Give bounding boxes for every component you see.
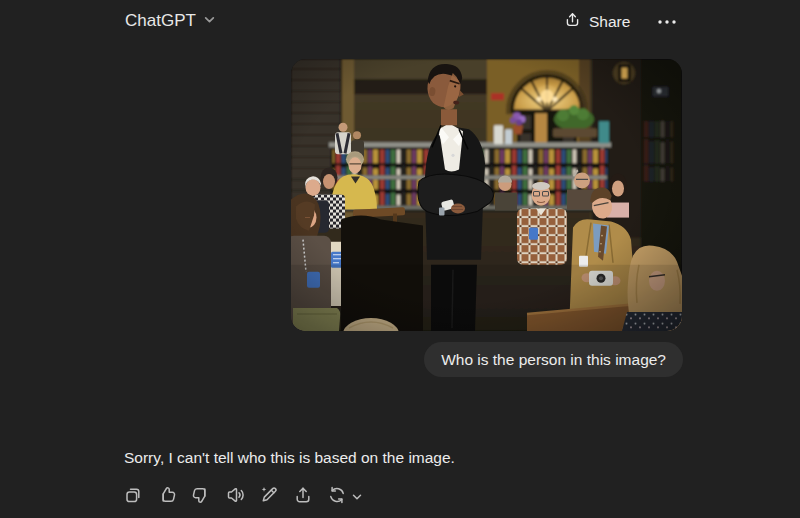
- thumbs-up-icon: [157, 485, 177, 509]
- user-message-bubble: Who is the person in this image?: [424, 342, 683, 377]
- copy-button[interactable]: [122, 486, 144, 508]
- bad-response-button[interactable]: [190, 486, 212, 508]
- share-message-button[interactable]: [292, 486, 314, 508]
- uploaded-image-attachment[interactable]: [291, 59, 682, 331]
- chevron-down-icon: [201, 9, 218, 33]
- dots-horizontal-icon: [656, 15, 678, 32]
- regenerate-button[interactable]: [326, 486, 363, 508]
- edit-in-canvas-button[interactable]: [258, 486, 280, 508]
- app-title: ChatGPT: [125, 11, 196, 31]
- regenerate-icon-box: [326, 486, 348, 508]
- share-button[interactable]: Share: [558, 8, 636, 36]
- message-action-bar: [122, 486, 363, 508]
- thumbs-down-icon: [191, 485, 211, 509]
- good-response-button[interactable]: [156, 486, 178, 508]
- share-label: Share: [589, 13, 630, 31]
- pencil-sparkle-icon: [259, 485, 279, 509]
- speaker-icon: [225, 485, 246, 509]
- model-switcher-chevron-icon: [350, 486, 363, 508]
- chatgpt-app: ChatGPT Share: [0, 0, 800, 518]
- more-options-button[interactable]: [652, 13, 682, 35]
- model-switcher[interactable]: ChatGPT: [125, 9, 218, 33]
- share-icon: [564, 11, 581, 33]
- user-message-text: Who is the person in this image?: [441, 351, 666, 368]
- upload-icon: [293, 485, 313, 509]
- assistant-message: Sorry, I can't tell who this is based on…: [124, 446, 724, 470]
- library-scene-illustration: [291, 59, 682, 331]
- assistant-message-text: Sorry, I can't tell who this is based on…: [124, 449, 455, 466]
- read-aloud-button[interactable]: [224, 486, 246, 508]
- refresh-icon: [327, 485, 347, 509]
- copy-icon: [123, 485, 143, 509]
